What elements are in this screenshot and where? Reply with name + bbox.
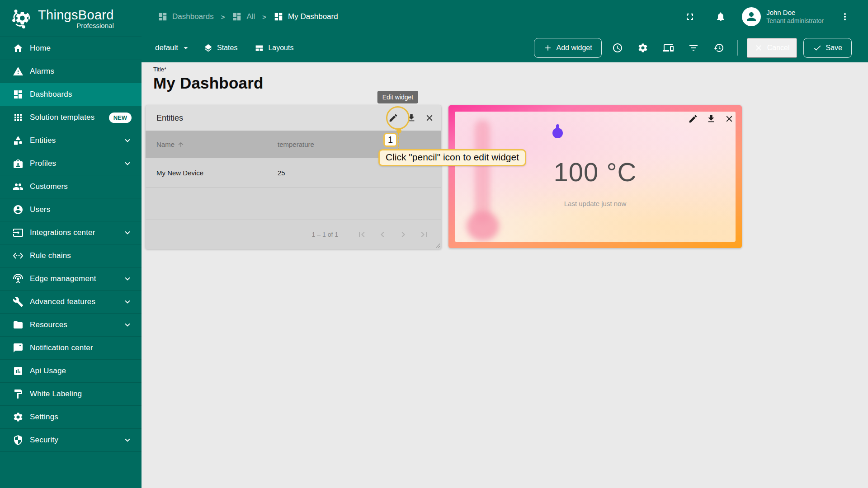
- thingsboard-logo-icon: [10, 7, 33, 30]
- thermometer-bulb-image: [467, 211, 499, 241]
- manage-states-button[interactable]: States: [197, 40, 244, 56]
- chevron-down-icon: [123, 435, 132, 445]
- paginator-range-label: 1 – 1 of 1: [312, 231, 338, 238]
- profiles-icon: [13, 158, 24, 169]
- purple-marker-dot: [552, 128, 563, 138]
- previous-page-button[interactable]: [373, 225, 392, 244]
- security-icon: [13, 435, 24, 446]
- settings-icon: [13, 412, 24, 422]
- sidebar-item-white-labeling[interactable]: White Labeling: [0, 383, 142, 406]
- remove-widget-button[interactable]: [420, 109, 439, 127]
- white-labeling-icon: [13, 389, 24, 399]
- sidebar-item-settings[interactable]: Settings: [0, 406, 142, 429]
- chevron-down-icon: [123, 274, 132, 284]
- column-header-temperature[interactable]: temperature: [278, 141, 314, 148]
- sidebar-item-solution-templates[interactable]: Solution templates NEW: [0, 106, 142, 129]
- sidebar-item-rule-chains[interactable]: Rule chains: [0, 244, 142, 267]
- first-page-button[interactable]: [353, 225, 371, 244]
- notification-center-icon: [13, 343, 24, 353]
- chevron-down-icon: [123, 297, 132, 307]
- dashboard-title-input[interactable]: My Dashboard: [153, 74, 264, 92]
- sidebar-item-home[interactable]: Home: [0, 37, 142, 60]
- remove-widget-button[interactable]: [720, 110, 738, 128]
- dashboard-content: Title* My Dashboard Entities Name: [142, 62, 868, 488]
- layouts-icon: [255, 43, 264, 53]
- manage-layouts-button[interactable]: Layouts: [248, 40, 300, 56]
- breadcrumb-all[interactable]: All: [232, 12, 255, 22]
- entity-aliases-button[interactable]: [659, 38, 678, 57]
- chevron-down-icon: [123, 228, 132, 238]
- cell-device-name: My New Device: [156, 169, 278, 177]
- save-button[interactable]: Save: [803, 38, 852, 58]
- tutorial-ring-dot: [396, 128, 401, 133]
- new-badge: NEW: [109, 113, 132, 123]
- column-header-name[interactable]: Name: [156, 141, 278, 148]
- filter-icon: [688, 42, 699, 53]
- app-edition: Professional: [76, 22, 114, 29]
- edit-widget-pencil-button[interactable]: [684, 110, 702, 128]
- paginator: 1 – 1 of 1: [146, 220, 441, 249]
- arrow-drop-down-icon: [181, 43, 191, 53]
- notifications-bell-button[interactable]: [711, 7, 730, 26]
- sidebar-item-api-usage[interactable]: Api Usage: [0, 360, 142, 383]
- toolbar-divider: [737, 40, 738, 56]
- export-widget-button[interactable]: [702, 110, 720, 128]
- title-field-label: Title*: [153, 66, 264, 73]
- breadcrumb: Dashboards > All > My Dashboard: [158, 12, 680, 22]
- timewindow-button[interactable]: [608, 38, 627, 57]
- home-icon: [13, 43, 24, 54]
- temperature-card-widget: 100 °C Last update just now: [448, 105, 742, 248]
- cancel-button[interactable]: Cancel: [747, 38, 797, 58]
- last-page-button[interactable]: [415, 225, 433, 244]
- user-menu[interactable]: John Doe Tenant administrator: [742, 7, 824, 26]
- version-history-button[interactable]: [709, 38, 728, 57]
- widget-resize-handle[interactable]: [434, 242, 440, 248]
- dashboard-icon: [158, 12, 168, 22]
- user-role: Tenant administrator: [766, 17, 824, 25]
- next-page-button[interactable]: [394, 225, 412, 244]
- topbar: Dashboards > All > My Dashboard: [142, 0, 868, 62]
- temperature-card-background: 100 °C Last update just now: [455, 112, 736, 242]
- add-widget-button[interactable]: Add widget: [534, 38, 602, 58]
- sidebar-item-edge-management[interactable]: Edge management: [0, 267, 142, 291]
- breadcrumb-dashboards[interactable]: Dashboards: [158, 12, 214, 22]
- sidebar-item-resources[interactable]: Resources: [0, 314, 142, 337]
- resources-icon: [13, 319, 24, 330]
- clock-icon: [612, 42, 623, 53]
- dashboard-state-select[interactable]: default: [153, 40, 193, 56]
- sidebar-item-users[interactable]: Users: [0, 198, 142, 221]
- advanced-features-icon: [13, 296, 24, 307]
- devices-icon: [663, 42, 674, 53]
- user-name: John Doe: [766, 9, 824, 17]
- thingsboard-logo[interactable]: ThingsBoard Professional: [0, 0, 142, 37]
- entities-icon: [13, 135, 24, 146]
- breadcrumb-my-dashboard[interactable]: My Dashboard: [274, 12, 338, 22]
- tutorial-highlight-ring: [386, 106, 410, 130]
- chevron-down-icon: [123, 320, 132, 330]
- last-update-label: Last update just now: [455, 200, 736, 207]
- sidebar-item-security[interactable]: Security: [0, 429, 142, 452]
- more-vert-button[interactable]: [835, 7, 854, 26]
- dashboard-settings-button[interactable]: [633, 38, 652, 57]
- sidebar-item-entities[interactable]: Entities: [0, 129, 142, 152]
- alarms-icon: [13, 66, 24, 77]
- sidebar-item-alarms[interactable]: Alarms: [0, 60, 142, 83]
- tutorial-dashed-connector: [398, 133, 399, 151]
- sidebar-item-advanced-features[interactable]: Advanced features: [0, 291, 142, 314]
- avatar: [742, 7, 761, 26]
- sort-arrow-up-icon: [177, 141, 184, 148]
- sidebar-item-notification-center[interactable]: Notification center: [0, 337, 142, 360]
- sidebar-item-dashboards[interactable]: Dashboards: [0, 83, 142, 106]
- filters-button[interactable]: [684, 38, 703, 57]
- gear-icon: [637, 42, 648, 53]
- app-name: ThingsBoard: [38, 8, 114, 23]
- sidebar-item-profiles[interactable]: Profiles: [0, 152, 142, 175]
- download-icon: [706, 114, 716, 124]
- sidebar-item-customers[interactable]: Customers: [0, 175, 142, 198]
- dashboards-icon: [13, 89, 24, 100]
- fullscreen-button[interactable]: [680, 7, 699, 26]
- sidebar-item-integrations-center[interactable]: Integrations center: [0, 221, 142, 244]
- layers-icon: [203, 43, 213, 53]
- api-usage-icon: [13, 366, 24, 376]
- close-icon: [754, 43, 763, 52]
